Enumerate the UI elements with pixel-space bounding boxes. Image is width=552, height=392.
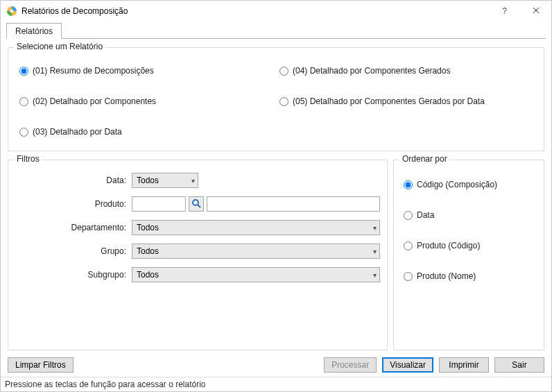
group-order-legend: Ordenar por [399, 154, 450, 164]
select-grupo-value: Todos [137, 246, 159, 256]
order-option-label: Produto (Nome) [417, 271, 476, 281]
svg-point-1 [10, 10, 14, 13]
select-data[interactable]: Todos ▾ [132, 173, 198, 188]
chevron-down-icon: ▾ [373, 224, 377, 232]
report-option-label: (04) Detalhado por Componentes Gerados [293, 66, 450, 76]
print-button[interactable]: Imprimir [439, 357, 489, 373]
visualize-button[interactable]: Visualizar [382, 357, 433, 373]
report-radio-03[interactable] [19, 128, 28, 137]
close-icon [533, 6, 540, 16]
order-radio-produto-codigo[interactable] [404, 241, 413, 250]
order-option-label: Data [417, 210, 434, 220]
report-option-04[interactable]: (04) Detalhado por Componentes Gerados [279, 66, 533, 76]
svg-line-3 [198, 205, 200, 207]
select-grupo[interactable]: Todos ▾ [132, 244, 380, 259]
help-button[interactable]: ? [489, 1, 520, 22]
group-filters: Filtros Data: Todos ▾ Produto: [8, 160, 388, 350]
group-select-report-legend: Selecione um Relatório [14, 42, 105, 51]
report-option-05[interactable]: (05) Detalhado por Componentes Gerados p… [279, 96, 533, 106]
report-option-01[interactable]: (01) Resumo de Decomposições [19, 66, 273, 76]
group-order: Ordenar por Código (Composição) Data Pro… [393, 160, 544, 350]
status-bar: Pressione as teclas de função para acess… [1, 377, 551, 391]
order-radio-data[interactable] [404, 211, 413, 220]
order-option-produto-codigo[interactable]: Produto (Código) [404, 241, 534, 250]
clear-filters-button[interactable]: Limpar Filtros [8, 357, 74, 373]
order-option-label: Produto (Código) [417, 241, 480, 250]
chevron-down-icon: ▾ [373, 248, 377, 255]
report-option-03[interactable]: (03) Detalhado por Data [19, 127, 273, 137]
group-filters-legend: Filtros [14, 154, 42, 164]
select-subgrupo-value: Todos [137, 270, 159, 280]
button-row: Limpar Filtros Processar Visualizar Impr… [1, 353, 551, 377]
chevron-down-icon: ▾ [373, 271, 377, 279]
svg-point-2 [193, 200, 198, 205]
title-bar: Relatórios de Decomposição ? [1, 1, 551, 22]
order-radio-codigo[interactable] [404, 180, 413, 189]
window-title: Relatórios de Decomposição [21, 1, 128, 22]
label-departamento: Departamento: [71, 223, 132, 232]
group-select-report: Selecione um Relatório (01) Resumo de De… [8, 47, 544, 151]
report-option-label: (02) Detalhado por Componentes [33, 96, 156, 106]
label-produto: Produto: [95, 199, 132, 209]
tab-row: Relatórios [6, 23, 546, 39]
report-radio-02[interactable] [19, 97, 28, 106]
report-radio-04[interactable] [279, 67, 288, 76]
order-option-data[interactable]: Data [404, 210, 534, 220]
exit-button[interactable]: Sair [494, 357, 544, 373]
search-icon [191, 198, 201, 210]
report-option-label: (05) Detalhado por Componentes Gerados p… [293, 96, 485, 106]
select-departamento-value: Todos [137, 223, 159, 232]
input-produto-codigo[interactable] [132, 196, 186, 212]
label-data: Data: [106, 176, 132, 185]
select-departamento[interactable]: Todos ▾ [132, 220, 380, 235]
report-option-label: (03) Detalhado por Data [33, 127, 122, 137]
label-grupo: Grupo: [101, 246, 132, 256]
order-option-label: Código (Composição) [417, 180, 497, 189]
label-subgrupo: Subgrupo: [88, 270, 132, 280]
select-subgrupo[interactable]: Todos ▾ [132, 267, 380, 282]
report-radio-01[interactable] [19, 67, 28, 76]
order-radio-produto-nome[interactable] [404, 272, 413, 281]
report-radio-05[interactable] [279, 97, 288, 106]
order-option-produto-nome[interactable]: Produto (Nome) [404, 271, 534, 281]
report-option-02[interactable]: (02) Detalhado por Componentes [19, 96, 273, 106]
lookup-produto-button[interactable] [189, 196, 204, 212]
order-option-codigo[interactable]: Código (Composição) [404, 180, 534, 189]
close-button[interactable] [520, 1, 551, 22]
tab-relatorios[interactable]: Relatórios [6, 23, 62, 39]
app-icon [6, 6, 17, 17]
chevron-down-icon: ▾ [191, 177, 195, 185]
report-option-label: (01) Resumo de Decomposições [33, 66, 154, 76]
input-produto-nome[interactable] [207, 196, 380, 212]
process-button[interactable]: Processar [324, 357, 377, 373]
help-icon: ? [502, 6, 507, 16]
select-data-value: Todos [137, 176, 159, 185]
